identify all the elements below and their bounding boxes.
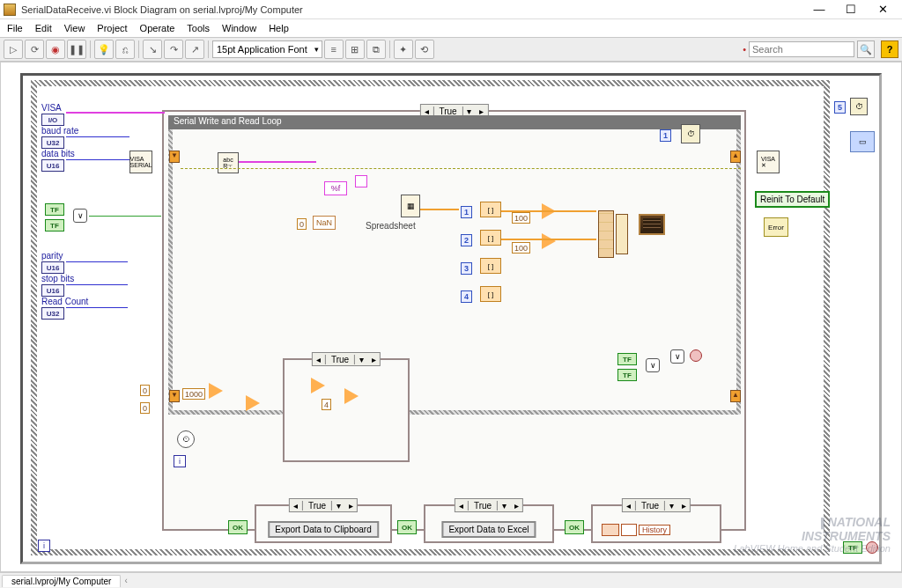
align-button[interactable]: ≡ xyxy=(324,40,344,59)
history-prop-node[interactable] xyxy=(621,524,637,536)
shift-reg-right-2[interactable] xyxy=(730,390,741,402)
tab-control-indicator[interactable]: ▭ xyxy=(850,131,875,152)
shift-reg-left-2[interactable] xyxy=(169,390,180,402)
wait-ms-node[interactable]: ⏱ xyxy=(681,124,700,143)
ok-button-3[interactable]: OK xyxy=(565,520,584,534)
const-idx1[interactable]: 1 xyxy=(461,206,472,218)
boolean-control-b[interactable]: TF xyxy=(45,219,64,232)
waveform-chart-indicator[interactable] xyxy=(639,214,665,235)
menu-edit[interactable]: Edit xyxy=(30,21,57,35)
step-out-button[interactable]: ↗ xyxy=(185,40,204,59)
build-array-node[interactable] xyxy=(616,214,628,254)
menu-file[interactable]: File xyxy=(2,21,28,35)
const-zero-b[interactable]: 0 xyxy=(140,402,150,414)
menu-project[interactable]: Project xyxy=(92,21,132,35)
wait-until-next-ms-node[interactable]: ⏱ xyxy=(850,98,868,115)
export-case-2-selector[interactable]: ◂True▾▸ xyxy=(455,498,523,512)
maximize-button[interactable]: ☐ xyxy=(835,1,867,18)
run-continuous-button[interactable]: ⟳ xyxy=(25,40,44,59)
const-zero-idx[interactable]: 0 xyxy=(297,218,307,230)
reorder-button[interactable]: ⧉ xyxy=(366,40,386,59)
shift-reg-left-1[interactable] xyxy=(169,151,180,163)
or-node-stop[interactable]: ∨ xyxy=(646,358,660,372)
string-const-empty[interactable] xyxy=(355,175,367,187)
export-case-1[interactable]: ◂True▾▸ Export Data to Clipboard xyxy=(255,504,392,543)
close-button[interactable]: ✕ xyxy=(867,1,898,18)
menu-operate[interactable]: Operate xyxy=(135,21,181,35)
add-node[interactable] xyxy=(311,378,325,393)
search-input[interactable] xyxy=(749,41,854,57)
shift-reg-right-1[interactable] xyxy=(730,151,741,163)
retain-wire-button[interactable]: ⎌ xyxy=(115,40,135,59)
export-case-3[interactable]: ◂True▾▸ History xyxy=(591,504,721,543)
greater-than-node[interactable] xyxy=(209,383,223,399)
history-ref-node[interactable] xyxy=(602,524,619,536)
outer-loop-stop[interactable] xyxy=(866,541,878,554)
const-idx2[interactable]: 2 xyxy=(461,234,472,246)
search-button[interactable]: 🔍 xyxy=(857,40,875,58)
control-baud-rate[interactable]: baud rateU32 xyxy=(41,126,78,149)
export-clipboard-button[interactable]: Export Data to Clipboard xyxy=(268,521,379,538)
inner-case-structure[interactable]: ◂True▾▸ xyxy=(283,358,410,462)
reorder2-button[interactable]: ⟲ xyxy=(415,40,434,59)
export-case-1-selector[interactable]: ◂True▾▸ xyxy=(289,498,358,512)
const-four[interactable]: 4 xyxy=(322,399,331,410)
divide-node-inner[interactable] xyxy=(344,388,359,404)
minimize-button[interactable]: — xyxy=(803,1,835,18)
ok-button-1[interactable]: OK xyxy=(228,520,248,534)
case-prev-icon[interactable]: ◂ xyxy=(420,107,433,116)
index-array-3[interactable]: [ ] xyxy=(480,258,501,274)
stop-bool-a[interactable]: TF xyxy=(617,353,637,365)
menu-tools[interactable]: Tools xyxy=(181,21,215,35)
const-zero-a[interactable]: 0 xyxy=(140,385,150,396)
bundle-node[interactable] xyxy=(598,210,614,258)
cleanup-button[interactable]: ✦ xyxy=(394,40,413,59)
reinit-to-default-node[interactable]: Reinit To Default xyxy=(755,191,830,208)
abort-button[interactable]: ◉ xyxy=(46,40,65,59)
nan-const[interactable]: NaN xyxy=(313,216,336,230)
case-dropdown-icon[interactable]: ▾ xyxy=(463,107,476,116)
divide-node-b[interactable] xyxy=(542,233,556,249)
menu-view[interactable]: View xyxy=(59,21,91,35)
or-node-stop2[interactable]: ∨ xyxy=(670,349,684,364)
const-1000[interactable]: 1000 xyxy=(182,388,205,400)
const-five[interactable]: 5 xyxy=(834,101,846,114)
control-data-bits[interactable]: data bitsU16 xyxy=(41,149,75,172)
control-read-count[interactable]: Read CountU32 xyxy=(41,297,88,320)
context-help-button[interactable]: ? xyxy=(881,40,898,58)
loop-stop-terminal[interactable] xyxy=(690,349,702,362)
export-case-2[interactable]: ◂True▾▸ Export Data to Excel xyxy=(424,504,554,543)
menu-help[interactable]: Help xyxy=(263,21,294,35)
step-over-button[interactable]: ↷ xyxy=(164,40,183,59)
visa-close-node[interactable]: VISA✕ xyxy=(757,151,780,173)
const-idx4[interactable]: 4 xyxy=(461,290,472,303)
visa-read-node[interactable]: abcR☞ xyxy=(218,152,239,173)
distribute-button[interactable]: ⊞ xyxy=(345,40,365,59)
inner-case-selector[interactable]: ◂True▾▸ xyxy=(312,352,381,366)
const-100-a[interactable]: 100 xyxy=(512,212,530,224)
const-one[interactable]: 1 xyxy=(660,129,671,142)
case-next-icon[interactable]: ▸ xyxy=(476,107,488,116)
step-into-button[interactable]: ↘ xyxy=(143,40,162,59)
format-string-const[interactable]: %f xyxy=(324,181,347,195)
control-parity[interactable]: parityU16 xyxy=(41,251,64,274)
run-button[interactable]: ▷ xyxy=(4,40,23,59)
export-case-3-selector[interactable]: ◂True▾▸ xyxy=(622,498,691,512)
index-array-1[interactable]: [ ] xyxy=(480,202,501,217)
ok-button-2[interactable]: OK xyxy=(397,520,417,534)
pause-button[interactable]: ❚❚ xyxy=(67,40,86,59)
tick-count-node[interactable]: ⏲ xyxy=(177,430,195,448)
visa-configure-serial-node[interactable]: VISASERIAL xyxy=(129,151,152,173)
or-node[interactable]: ∨ xyxy=(73,209,87,223)
stop-bool-b[interactable]: TF xyxy=(617,369,637,381)
font-selector[interactable]: 15pt Application Font xyxy=(212,40,322,58)
boolean-control-a[interactable]: TF xyxy=(45,203,64,216)
menu-window[interactable]: Window xyxy=(217,21,262,35)
outer-stop-bool[interactable]: TF xyxy=(843,541,862,554)
control-stop-bits[interactable]: stop bitsU16 xyxy=(41,274,74,297)
select-node[interactable] xyxy=(246,395,260,411)
spreadsheet-to-array-node[interactable]: ▦ xyxy=(401,195,420,217)
highlight-exec-button[interactable]: 💡 xyxy=(94,40,114,59)
export-excel-button[interactable]: Export Data to Excel xyxy=(441,521,536,538)
const-idx3[interactable]: 3 xyxy=(461,262,472,275)
